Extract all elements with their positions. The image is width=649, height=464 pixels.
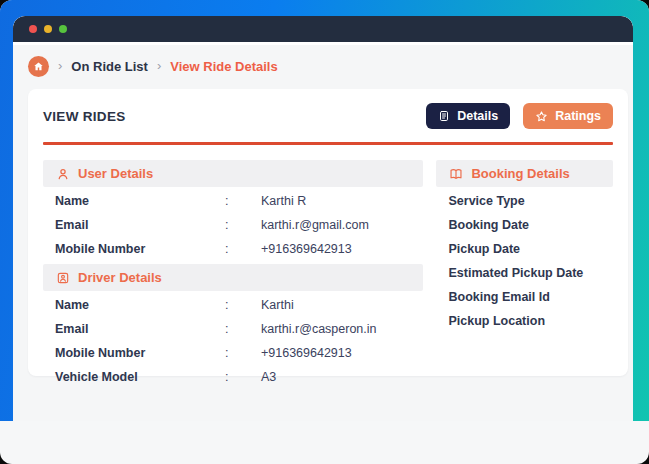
table-row: Email : karthi.r@gmail.com <box>43 213 423 237</box>
field-label: Estimated Pickup Date <box>448 266 583 280</box>
table-row: Vehicle Model : A3 <box>43 365 423 389</box>
field-value: karthi.r@gmail.com <box>261 218 423 232</box>
table-row: Pickup Date <box>436 237 613 261</box>
colon: : <box>225 298 261 312</box>
details-button[interactable]: Details <box>426 103 510 129</box>
browser-window: › On Ride List › View Ride Details VIEW … <box>13 16 633 421</box>
field-value: A3 <box>261 370 423 384</box>
colon: : <box>225 370 261 384</box>
title-underline <box>43 142 613 145</box>
window-titlebar <box>13 16 633 45</box>
ratings-button[interactable]: Ratings <box>523 103 613 129</box>
field-value: +916369642913 <box>261 242 423 256</box>
table-row: Booking Date <box>436 213 613 237</box>
booking-details-rows: Service Type Booking Date Pickup Date Es… <box>436 187 613 333</box>
field-label: Pickup Location <box>448 314 545 328</box>
field-value: karthi.r@casperon.in <box>261 322 423 336</box>
table-row: Pickup Location <box>436 309 613 333</box>
booking-details-title: Booking Details <box>471 166 569 181</box>
field-label: Service Type <box>448 194 524 208</box>
right-column: Booking Details Service Type Booking Dat… <box>436 160 613 389</box>
field-label: Name <box>55 194 225 208</box>
home-icon <box>33 61 44 72</box>
person-icon <box>56 167 70 181</box>
user-details-title: User Details <box>78 166 153 181</box>
document-icon <box>438 110 450 122</box>
details-button-label: Details <box>457 109 498 123</box>
table-row: Service Type <box>436 189 613 213</box>
zoom-window-button[interactable] <box>59 25 67 33</box>
table-row: Estimated Pickup Date <box>436 261 613 285</box>
driver-details-rows: Name : Karthi Email : karthi.r@casperon.… <box>43 291 423 389</box>
table-row: Booking Email Id <box>436 285 613 309</box>
left-column: User Details Name : Karthi R Email : kar… <box>43 160 423 389</box>
colon: : <box>225 242 261 256</box>
colon: : <box>225 346 261 360</box>
colon: : <box>225 218 261 232</box>
field-label: Mobile Number <box>55 346 225 360</box>
breadcrumb-view-ride-details: View Ride Details <box>170 59 277 74</box>
ratings-button-label: Ratings <box>555 109 601 123</box>
colon: : <box>225 322 261 336</box>
breadcrumb-on-ride-list[interactable]: On Ride List <box>71 59 148 74</box>
field-value: +916369642913 <box>261 346 423 360</box>
user-details-header: User Details <box>43 160 423 187</box>
star-icon <box>535 110 548 123</box>
field-label: Mobile Number <box>55 242 225 256</box>
table-row: Name : Karthi R <box>43 189 423 213</box>
breadcrumb-separator: › <box>157 59 161 72</box>
card-header: VIEW RIDES Details Ratings <box>43 102 613 130</box>
driver-details-header: Driver Details <box>43 264 423 291</box>
field-label: Email <box>55 218 225 232</box>
page-background: › On Ride List › View Ride Details VIEW … <box>0 0 649 464</box>
table-row: Name : Karthi <box>43 293 423 317</box>
page-title: VIEW RIDES <box>43 109 126 124</box>
field-label: Booking Email Id <box>448 290 549 304</box>
home-button[interactable] <box>28 56 49 77</box>
colon: : <box>225 194 261 208</box>
field-label: Name <box>55 298 225 312</box>
breadcrumb: › On Ride List › View Ride Details <box>13 45 633 87</box>
booking-details-header: Booking Details <box>436 160 613 187</box>
field-value: Karthi R <box>261 194 423 208</box>
field-value: Karthi <box>261 298 423 312</box>
table-row: Email : karthi.r@casperon.in <box>43 317 423 341</box>
user-details-rows: Name : Karthi R Email : karthi.r@gmail.c… <box>43 187 423 261</box>
breadcrumb-separator: › <box>58 59 62 72</box>
id-card-icon <box>56 271 70 285</box>
close-window-button[interactable] <box>29 25 37 33</box>
field-label: Booking Date <box>448 218 529 232</box>
table-row: Mobile Number : +916369642913 <box>43 237 423 261</box>
field-label: Email <box>55 322 225 336</box>
field-label: Vehicle Model <box>55 370 225 384</box>
driver-details-title: Driver Details <box>78 270 162 285</box>
minimize-window-button[interactable] <box>44 25 52 33</box>
open-book-icon <box>449 167 463 181</box>
table-row: Mobile Number : +916369642913 <box>43 341 423 365</box>
field-label: Pickup Date <box>448 242 520 256</box>
view-rides-card: VIEW RIDES Details Ratings <box>28 89 628 376</box>
